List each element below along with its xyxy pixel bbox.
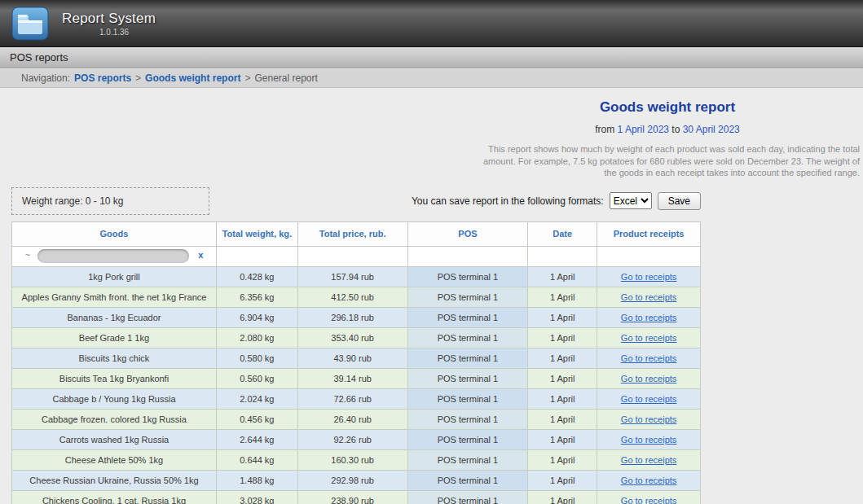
price-cell: 353.40 rub — [297, 327, 407, 348]
save-controls: You can save report in the following for… — [412, 192, 701, 210]
pos-cell: POS terminal 1 — [407, 348, 528, 368]
receipts-cell: Go to receipts — [597, 470, 701, 490]
date-cell: 1 April — [528, 470, 597, 490]
pos-cell: POS terminal 1 — [407, 449, 528, 470]
column-header-goods: Goods — [12, 221, 217, 246]
goods-filter-cell: ~ x — [12, 246, 217, 266]
breadcrumb-separator: > — [135, 72, 141, 84]
price-cell: 160.30 rub — [297, 449, 407, 470]
receipts-cell: Go to receipts — [597, 327, 701, 348]
pos-cell: POS terminal 1 — [407, 368, 528, 388]
weight-cell: 2.024 kg — [216, 388, 297, 409]
section-bar: POS reports — [0, 47, 863, 68]
save-format-label: You can save report in the following for… — [412, 195, 604, 207]
date-cell: 1 April — [528, 368, 597, 388]
column-header-product-receipts: Product receipts — [597, 221, 701, 246]
date-cell: 1 April — [528, 449, 597, 470]
table-row: Biscuits 1kg chick0.580 kg43.90 rubPOS t… — [12, 348, 701, 368]
weight-cell: 1.488 kg — [216, 470, 297, 490]
date-cell: 1 April — [528, 409, 597, 429]
goods-cell: Beef Grade 1 1kg — [12, 327, 217, 348]
go-to-receipts-link[interactable]: Go to receipts — [621, 374, 676, 383]
go-to-receipts-link[interactable]: Go to receipts — [621, 394, 676, 404]
goods-cell: Cabbage frozen. colored 1kg Russia — [12, 409, 217, 429]
goods-cell: Apples Granny Smith front. the net 1kg F… — [12, 287, 217, 307]
table-row: Bananas - 1kg Ecuador6.904 kg296.18 rubP… — [12, 307, 701, 327]
filter-empty-cell — [528, 246, 597, 266]
price-cell: 43.90 rub — [297, 348, 407, 368]
go-to-receipts-link[interactable]: Go to receipts — [621, 272, 676, 282]
weight-cell: 0.560 kg — [216, 368, 297, 388]
go-to-receipts-link[interactable]: Go to receipts — [621, 333, 676, 343]
price-cell: 292.98 rub — [297, 470, 407, 490]
goods-cell: 1kg Pork grill — [12, 266, 217, 287]
breadcrumb-link-goods-weight-report[interactable]: Goods weight report — [145, 72, 240, 84]
weight-cell: 0.428 kg — [216, 266, 297, 287]
report-table: Goods Total weight, kg. Total price, rub… — [11, 221, 701, 504]
date-cell: 1 April — [528, 307, 597, 327]
weight-cell: 3.028 kg — [216, 490, 297, 504]
report-date-range: from 1 April 2023 to 30 April 2023 — [475, 124, 860, 135]
date-start: 1 April 2023 — [618, 124, 669, 135]
pos-cell: POS terminal 1 — [407, 409, 528, 429]
pos-cell: POS terminal 1 — [407, 429, 528, 449]
price-cell: 296.18 rub — [297, 307, 407, 327]
goods-cell: Cabbage b / Young 1kg Russia — [12, 388, 217, 409]
receipts-cell: Go to receipts — [597, 409, 701, 429]
go-to-receipts-link[interactable]: Go to receipts — [621, 292, 676, 302]
table-row: Cabbage frozen. colored 1kg Russia0.456 … — [12, 409, 701, 429]
goods-cell: Biscuits Tea 1kg Bryankonfi — [12, 368, 217, 388]
go-to-receipts-link[interactable]: Go to receipts — [621, 455, 676, 465]
date-end: 30 April 2023 — [683, 124, 740, 135]
go-to-receipts-link[interactable]: Go to receipts — [621, 476, 676, 485]
breadcrumb: Navigation: POS reports > Goods weight r… — [0, 68, 863, 88]
go-to-receipts-link[interactable]: Go to receipts — [621, 313, 676, 322]
table-row: Carrots washed 1kg Russia2.644 kg92.26 r… — [12, 429, 701, 449]
weight-cell: 0.580 kg — [216, 348, 297, 368]
go-to-receipts-link[interactable]: Go to receipts — [621, 353, 676, 363]
table-row: Cheese Russian Ukraine, Russia 50% 1kg1.… — [12, 470, 701, 490]
filter-clear-button[interactable]: x — [198, 250, 203, 260]
section-title: POS reports — [10, 51, 68, 64]
go-to-receipts-link[interactable]: Go to receipts — [621, 414, 676, 424]
format-select[interactable]: Excel — [610, 192, 652, 209]
receipts-cell: Go to receipts — [597, 388, 701, 409]
pos-cell: POS terminal 1 — [407, 307, 528, 327]
receipts-cell: Go to receipts — [597, 490, 701, 504]
go-to-receipts-link[interactable]: Go to receipts — [621, 496, 676, 504]
price-cell: 39.14 rub — [297, 368, 407, 388]
filter-empty-cell — [407, 246, 528, 266]
receipts-cell: Go to receipts — [597, 307, 701, 327]
receipts-cell: Go to receipts — [597, 266, 701, 287]
column-header-pos: POS — [407, 221, 528, 246]
column-header-total-weight: Total weight, kg. — [216, 221, 297, 246]
date-cell: 1 April — [528, 429, 597, 449]
goods-cell: Carrots washed 1kg Russia — [12, 429, 217, 449]
breadcrumb-current-general-report: General report — [254, 72, 317, 84]
goods-cell: Cheese Athlete 50% 1kg — [12, 449, 217, 470]
table-header-row: Goods Total weight, kg. Total price, rub… — [12, 221, 701, 246]
weight-cell: 2.644 kg — [216, 429, 297, 449]
price-cell: 157.94 rub — [297, 266, 407, 287]
table-row: Apples Granny Smith front. the net 1kg F… — [12, 287, 701, 307]
folder-icon — [11, 7, 49, 41]
date-to-label: to — [671, 124, 680, 135]
date-cell: 1 April — [528, 348, 597, 368]
filter-tilde-label: ~ — [25, 250, 30, 260]
report-table-body: 1kg Pork grill0.428 kg157.94 rubPOS term… — [12, 266, 701, 504]
pos-cell: POS terminal 1 — [407, 470, 528, 490]
goods-cell: Biscuits 1kg chick — [12, 348, 217, 368]
date-cell: 1 April — [528, 327, 597, 348]
date-cell: 1 April — [528, 388, 597, 409]
report-header: Goods weight report from 1 April 2023 to… — [475, 99, 860, 179]
go-to-receipts-link[interactable]: Go to receipts — [621, 435, 676, 445]
goods-cell: Chickens Cooling. 1 cat. Russia 1kg — [12, 490, 217, 504]
save-button[interactable]: Save — [658, 192, 701, 210]
receipts-cell: Go to receipts — [597, 348, 701, 368]
column-header-total-price: Total price, rub. — [297, 221, 407, 246]
table-row: Beef Grade 1 1kg2.080 kg353.40 rubPOS te… — [12, 327, 701, 348]
goods-filter-input[interactable] — [37, 249, 189, 263]
breadcrumb-link-pos-reports[interactable]: POS reports — [74, 72, 131, 84]
price-cell: 412.50 rub — [297, 287, 407, 307]
table-row: Cheese Athlete 50% 1kg0.644 kg160.30 rub… — [12, 449, 701, 470]
